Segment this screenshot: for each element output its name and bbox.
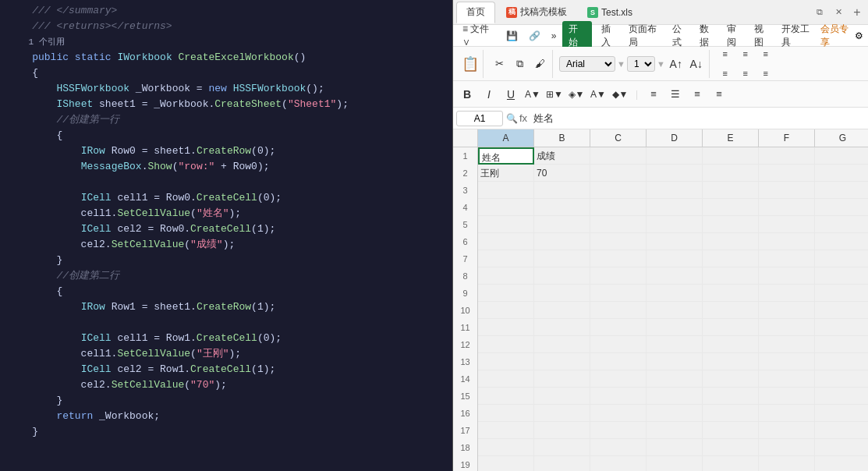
cell-4-F[interactable] xyxy=(759,199,815,216)
cell-12-E[interactable] xyxy=(703,336,759,353)
cell-5-C[interactable] xyxy=(590,216,647,233)
cell-12-A[interactable] xyxy=(478,336,534,353)
cell-18-F[interactable] xyxy=(759,439,815,456)
cell-5-A[interactable] xyxy=(478,216,534,233)
cell-5-B[interactable] xyxy=(534,216,590,233)
cell-5-G[interactable] xyxy=(815,216,868,233)
cell-4-D[interactable] xyxy=(647,199,703,216)
restore-btn[interactable]: ⧉ xyxy=(812,5,827,20)
border-btn[interactable]: ⊞▼ xyxy=(545,85,564,104)
cell-16-B[interactable] xyxy=(534,405,590,422)
menu-member[interactable]: 会员专享 xyxy=(820,23,853,49)
formula-input[interactable] xyxy=(530,111,865,126)
cell-6-B[interactable] xyxy=(534,233,590,250)
cell-1-G[interactable] xyxy=(815,147,868,165)
cell-2-C[interactable] xyxy=(590,165,647,182)
cell-16-A[interactable] xyxy=(478,405,534,422)
cell-ref[interactable]: A1 xyxy=(456,111,503,126)
cell-10-B[interactable] xyxy=(534,302,590,319)
cell-19-B[interactable] xyxy=(534,456,590,471)
paste-btn[interactable]: 📋 xyxy=(461,55,480,73)
cell-8-F[interactable] xyxy=(759,267,815,285)
col-header-G[interactable]: G xyxy=(815,129,868,147)
decrease-font-btn[interactable]: A↓ xyxy=(687,55,706,73)
cell-13-A[interactable] xyxy=(478,353,534,370)
cell-19-C[interactable] xyxy=(590,456,647,471)
menu-share-icon[interactable]: 🔗 xyxy=(524,29,545,43)
col-header-B[interactable]: B xyxy=(534,129,590,147)
fill-color-btn[interactable]: ◈▼ xyxy=(567,85,586,104)
cell-1-E[interactable] xyxy=(703,147,759,165)
menu-save-icon[interactable]: 💾 xyxy=(501,29,523,43)
cell-6-A[interactable] xyxy=(478,233,534,250)
cell-7-B[interactable] xyxy=(534,250,590,267)
cell-11-D[interactable] xyxy=(647,319,703,336)
cell-10-A[interactable] xyxy=(478,302,534,319)
cell-6-D[interactable] xyxy=(647,233,703,250)
cell-11-B[interactable] xyxy=(534,319,590,336)
cell-13-G[interactable] xyxy=(815,353,868,370)
cell-2-D[interactable] xyxy=(647,165,703,182)
copy-btn[interactable]: ⧉ xyxy=(510,55,529,73)
cell-8-G[interactable] xyxy=(815,267,868,285)
cell-7-F[interactable] xyxy=(759,250,815,267)
cell-16-D[interactable] xyxy=(647,405,703,422)
cell-17-F[interactable] xyxy=(759,422,815,439)
cut-btn[interactable]: ✂ xyxy=(490,55,508,73)
cell-2-F[interactable] xyxy=(759,165,815,182)
cell-8-B[interactable] xyxy=(534,267,590,285)
cell-7-D[interactable] xyxy=(647,250,703,267)
cell-11-F[interactable] xyxy=(759,319,815,336)
cell-19-F[interactable] xyxy=(759,456,815,471)
cell-1-D[interactable] xyxy=(647,147,703,165)
cell-12-G[interactable] xyxy=(815,336,868,353)
tab-file[interactable]: S Test.xls xyxy=(578,2,642,23)
cell-15-B[interactable] xyxy=(534,388,590,405)
bold-btn[interactable]: B xyxy=(458,85,477,104)
cell-3-G[interactable] xyxy=(815,182,868,199)
cell-5-F[interactable] xyxy=(759,216,815,233)
cell-8-A[interactable] xyxy=(478,267,534,285)
cell-1-C[interactable] xyxy=(590,147,647,165)
cell-11-A[interactable] xyxy=(478,319,534,336)
cell-11-G[interactable] xyxy=(815,319,868,336)
cell-10-F[interactable] xyxy=(759,302,815,319)
cell-16-C[interactable] xyxy=(590,405,647,422)
cell-14-F[interactable] xyxy=(759,370,815,388)
cell-12-D[interactable] xyxy=(647,336,703,353)
align-bottom-left-btn[interactable]: ≡ xyxy=(716,64,735,83)
cell-7-A[interactable] xyxy=(478,250,534,267)
col-header-F[interactable]: F xyxy=(759,129,815,147)
cell-6-C[interactable] xyxy=(590,233,647,250)
cell-14-G[interactable] xyxy=(815,370,868,388)
cell-4-B[interactable] xyxy=(534,199,590,216)
cell-12-C[interactable] xyxy=(590,336,647,353)
cell-19-A[interactable] xyxy=(478,456,534,471)
cell-16-E[interactable] xyxy=(703,405,759,422)
align-bottom-center-btn[interactable]: ≡ xyxy=(736,64,755,83)
align-right-btn[interactable]: ≡ xyxy=(688,85,707,104)
cell-12-F[interactable] xyxy=(759,336,815,353)
align-center-btn[interactable]: ☰ xyxy=(666,85,685,104)
cell-11-E[interactable] xyxy=(703,319,759,336)
cell-6-F[interactable] xyxy=(759,233,815,250)
cell-1-B[interactable]: 成绩 xyxy=(534,147,590,165)
cell-9-G[interactable] xyxy=(815,285,868,302)
cell-18-B[interactable] xyxy=(534,439,590,456)
col-header-C[interactable]: C xyxy=(590,129,647,147)
cell-10-C[interactable] xyxy=(590,302,647,319)
font-select[interactable]: Arial xyxy=(559,56,615,72)
cell-3-D[interactable] xyxy=(647,182,703,199)
align-top-right-btn[interactable]: ≡ xyxy=(756,44,775,63)
cell-15-G[interactable] xyxy=(815,388,868,405)
cell-2-B[interactable]: 70 xyxy=(534,165,590,182)
cell-7-C[interactable] xyxy=(590,250,647,267)
cell-10-E[interactable] xyxy=(703,302,759,319)
align-justify-btn[interactable]: ≡ xyxy=(710,85,728,104)
close-tab-btn[interactable]: ✕ xyxy=(831,5,846,20)
menu-file[interactable]: ≡ 文件 ∨ xyxy=(458,21,500,51)
cell-9-F[interactable] xyxy=(759,285,815,302)
cell-3-A[interactable] xyxy=(478,182,534,199)
cell-1-A[interactable]: 姓名 xyxy=(478,147,534,165)
cell-4-G[interactable] xyxy=(815,199,868,216)
